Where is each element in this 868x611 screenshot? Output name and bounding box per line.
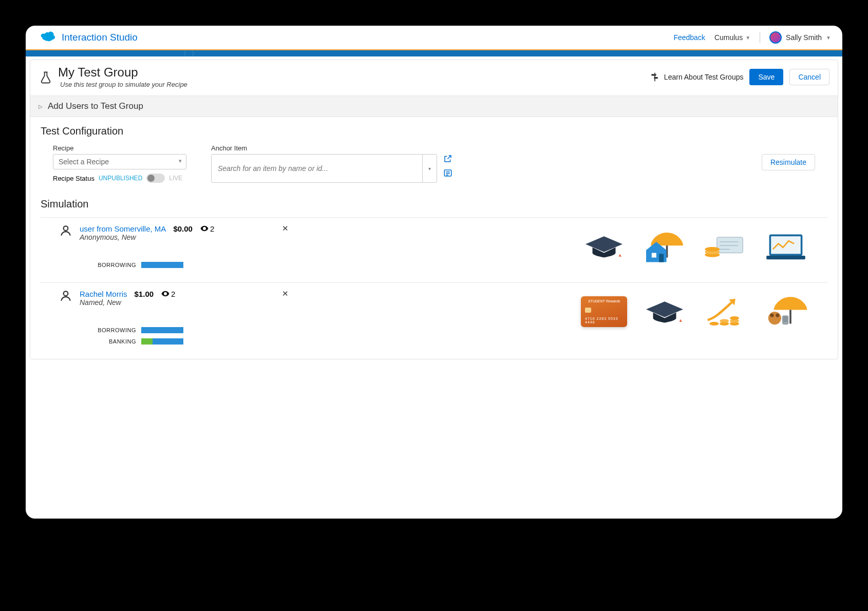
simulation-user-row: Rachel Morris$1.002Named, NewBORROWINGBA…	[41, 282, 827, 359]
svg-rect-19	[789, 310, 791, 323]
anchor-label: Anchor Item	[211, 144, 815, 152]
bar-track	[141, 338, 198, 345]
bar-segment	[141, 262, 183, 268]
salesforce-cloud-icon	[37, 31, 56, 44]
anchor-input[interactable]	[218, 164, 430, 173]
user-icon	[59, 289, 72, 302]
eye-icon	[200, 224, 209, 233]
page-header: My Test Group Use this test group to sim…	[30, 60, 838, 96]
bar-segment	[141, 327, 183, 333]
affinity-bar: BORROWING	[88, 327, 275, 333]
list-icon[interactable]	[443, 168, 452, 178]
eye-icon	[161, 289, 170, 298]
learn-link[interactable]: Learn About Test Groups	[650, 72, 744, 82]
open-external-icon[interactable]	[443, 154, 452, 163]
user-amount: $1.00	[135, 290, 154, 298]
svg-point-15	[720, 319, 729, 322]
bar-segment	[153, 338, 183, 345]
view-count: 2	[161, 289, 175, 298]
affinity-bar: BANKING	[88, 338, 275, 345]
remove-user-button[interactable]: ✕	[282, 224, 289, 233]
app-title: Interaction Studio	[62, 32, 138, 43]
save-button[interactable]: Save	[749, 69, 783, 85]
user-icon	[59, 224, 72, 237]
divider	[760, 32, 760, 43]
svg-point-12	[64, 291, 68, 296]
svg-point-8	[705, 247, 720, 252]
svg-rect-4	[659, 254, 664, 262]
recipe-select[interactable]: Select a Recipe	[53, 154, 186, 169]
product-pets-umbrella[interactable]	[763, 291, 809, 332]
page-title: My Test Group	[58, 65, 187, 80]
product-coins-check[interactable]	[702, 226, 748, 267]
bar-label: BORROWING	[88, 262, 136, 268]
signpost-icon	[650, 72, 660, 82]
page-subtitle: Use this test group to simulate your Rec…	[60, 81, 187, 88]
affinity-bar: BORROWING	[88, 262, 275, 268]
recommendation-strip: STUDENT Rewards4716 2283 5533 4446	[581, 289, 827, 332]
product-house-umbrella[interactable]	[641, 226, 688, 267]
global-header: Interaction Studio Feedback Cumulus ▼ Sa…	[26, 26, 842, 50]
user-name-link[interactable]: user from Somerville, MA	[80, 224, 166, 233]
bar-label: BANKING	[88, 338, 136, 345]
user-name-link[interactable]: Rachel Morris	[80, 290, 127, 298]
bar-label: BORROWING	[88, 327, 136, 333]
learn-label: Learn About Test Groups	[664, 73, 744, 81]
decorative-band	[26, 50, 842, 56]
user-menu[interactable]: Sally Smith ▼	[769, 31, 831, 44]
cancel-button[interactable]: Cancel	[789, 69, 829, 85]
anchor-search[interactable]: ▾	[211, 154, 437, 183]
user-meta: Anonymous, New	[80, 233, 275, 241]
add-users-label: Add Users to Test Group	[48, 101, 143, 111]
org-name: Cumulus	[714, 33, 743, 42]
resimulate-button[interactable]: Resimulate	[762, 154, 815, 170]
recipe-status-label: Recipe Status	[53, 175, 95, 182]
content-frame: My Test Group Use this test group to sim…	[30, 60, 838, 359]
user-amount: $0.00	[173, 224, 193, 233]
svg-point-1	[64, 226, 68, 231]
expand-icon: ▷	[39, 104, 43, 109]
product-laptop-chart[interactable]	[763, 226, 809, 267]
chevron-down-icon[interactable]: ▾	[422, 155, 437, 182]
org-picker[interactable]: Cumulus ▼	[714, 33, 750, 42]
product-grad-cap[interactable]	[641, 291, 688, 332]
svg-point-20	[768, 312, 781, 324]
simulation-title: Simulation	[41, 198, 827, 210]
user-name: Sally Smith	[786, 33, 822, 42]
beaker-icon	[39, 70, 53, 85]
svg-rect-5	[717, 237, 743, 253]
svg-point-13	[709, 322, 719, 326]
bar-track	[141, 262, 198, 268]
svg-rect-3	[652, 253, 656, 258]
bar-segment	[141, 338, 153, 345]
recipe-label: Recipe	[53, 144, 186, 152]
status-toggle[interactable]	[146, 174, 165, 183]
bar-track	[141, 327, 198, 333]
app-window: Interaction Studio Feedback Cumulus ▼ Sa…	[26, 26, 842, 519]
svg-rect-11	[766, 256, 805, 259]
status-unpublished: UNPUBLISHED	[99, 175, 142, 182]
product-grad-cap[interactable]	[581, 226, 627, 267]
svg-rect-23	[782, 315, 789, 324]
product-trend-coins[interactable]	[702, 291, 748, 332]
simulation-user-row: user from Somerville, MA$0.002Anonymous,…	[41, 217, 827, 282]
status-live: LIVE	[169, 175, 182, 182]
chevron-down-icon: ▼	[826, 35, 831, 41]
svg-point-18	[730, 316, 739, 320]
svg-point-22	[776, 314, 779, 317]
recipe-field: Recipe Select a Recipe Recipe Status UNP…	[53, 144, 186, 183]
test-config-title: Test Configuration	[41, 125, 827, 137]
product-credit-card[interactable]: STUDENT Rewards4716 2283 5533 4446	[581, 291, 627, 332]
chevron-down-icon: ▼	[745, 35, 750, 41]
remove-user-button[interactable]: ✕	[282, 289, 289, 298]
add-users-section-header[interactable]: ▷ Add Users to Test Group	[30, 96, 838, 117]
view-count: 2	[200, 224, 214, 233]
svg-point-21	[770, 314, 773, 317]
recommendation-strip	[581, 224, 827, 267]
user-meta: Named, New	[80, 298, 275, 307]
avatar	[769, 31, 782, 44]
feedback-link[interactable]: Feedback	[673, 33, 705, 42]
